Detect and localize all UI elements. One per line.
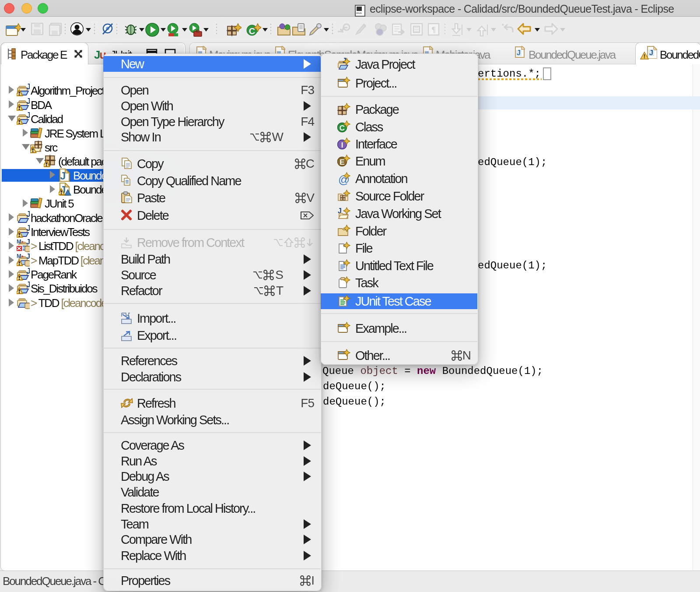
svg-text:I: I bbox=[341, 141, 343, 149]
svg-text:J: J bbox=[26, 84, 30, 91]
svg-text:J: J bbox=[26, 98, 30, 106]
svg-text:J: J bbox=[60, 170, 66, 182]
svg-text:M: M bbox=[17, 254, 21, 259]
svg-text:J: J bbox=[26, 211, 30, 218]
svg-text:C: C bbox=[340, 124, 345, 132]
svg-text:¶: ¶ bbox=[431, 25, 436, 34]
svg-text:J: J bbox=[26, 254, 30, 260]
svg-text:M: M bbox=[17, 239, 21, 245]
svg-text:J: J bbox=[26, 239, 30, 246]
svg-text:J: J bbox=[26, 112, 30, 120]
svg-text:J: J bbox=[517, 49, 521, 56]
svg-text:E: E bbox=[340, 158, 344, 166]
svg-text:!: ! bbox=[644, 53, 645, 60]
svg-text:J: J bbox=[26, 282, 30, 289]
svg-text:J: J bbox=[26, 225, 30, 233]
svg-text:J: J bbox=[649, 49, 653, 57]
svg-text:J: J bbox=[26, 268, 30, 275]
